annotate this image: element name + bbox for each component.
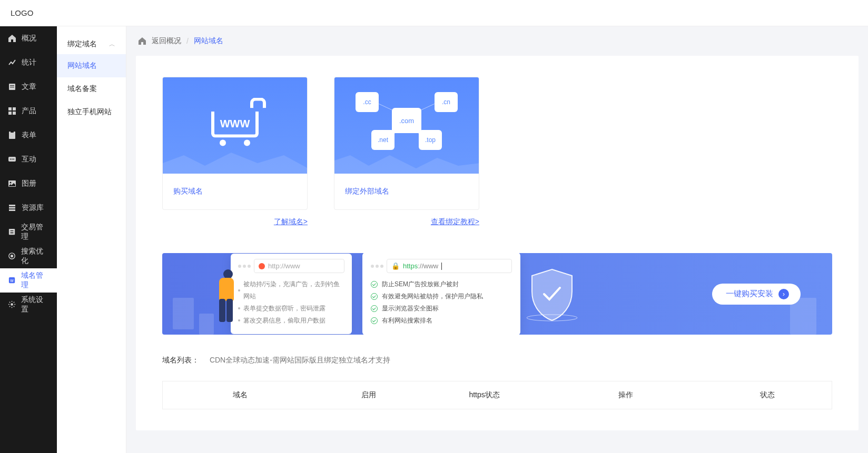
domain-list-label: 域名列表： <box>162 356 199 364</box>
action-cards: WWW 购买域名 了解域名> <box>162 77 832 227</box>
column-https-status: https状态 <box>420 390 548 400</box>
sidebar-item-label: 图册 <box>22 179 36 188</box>
subnav-item-label: 域名备案 <box>67 84 97 94</box>
article-icon <box>8 83 16 91</box>
cart-www-text: WWW <box>214 111 255 129</box>
card-buy-domain[interactable]: WWW 购买域名 <box>162 77 308 210</box>
sidebar-item-label: 产品 <box>22 106 36 116</box>
shield-icon <box>526 265 578 323</box>
subnav-item-mobile-site[interactable]: 独立手机网站 <box>57 100 126 124</box>
svg-rect-2 <box>10 87 14 87</box>
person-illustration <box>210 265 241 323</box>
svg-point-11 <box>12 159 13 160</box>
gallery-icon <box>8 179 16 188</box>
http-risk-text: 表单提交数据窃听，密码泄露 <box>243 303 326 315</box>
https-browser-illustration: 🔒 https://www 防止SEM广告投放账户被封 有效避免网站被劫持，保护… <box>362 253 520 335</box>
sidebar-item-label: 系统设置 <box>21 295 49 314</box>
tld-badge: .net <box>371 130 394 150</box>
svg-rect-6 <box>13 112 16 115</box>
https-benefit-text: 有效避免网站被劫持，保护用户隐私 <box>382 290 483 303</box>
sidebar-item-label: 交易管理 <box>21 223 49 241</box>
https-benefit-text: 显示浏览器安全图标 <box>382 303 439 315</box>
svg-rect-3 <box>8 107 12 110</box>
svg-text:w: w <box>9 278 14 284</box>
column-status: 状态 <box>703 390 832 400</box>
breadcrumb: 返回概况 / 网站域名 <box>126 26 868 56</box>
svg-rect-1 <box>10 85 14 86</box>
http-url-text: http://www <box>268 262 300 270</box>
warning-icon <box>259 263 265 269</box>
check-icon <box>371 317 378 324</box>
svg-rect-4 <box>13 107 16 110</box>
stats-icon <box>8 58 16 67</box>
sidebar-item-article[interactable]: 文章 <box>0 75 57 99</box>
card-illustration: WWW <box>163 77 307 174</box>
sidebar-item-settings[interactable]: 系统设置 <box>0 293 57 317</box>
subnav-item-site-domain[interactable]: 网站域名 <box>57 54 126 77</box>
subnav-title[interactable]: 绑定域名 ︿ <box>57 39 126 54</box>
tld-badge: .cc <box>356 92 379 112</box>
card-illustration: .cc .com .cn .net .top <box>334 77 479 174</box>
tld-badge: .com <box>392 108 421 133</box>
domain-icon: w <box>8 276 16 285</box>
sidebar-item-interact[interactable]: 互动 <box>0 147 57 172</box>
subnav: 绑定域名 ︿ 网站域名 域名备案 独立手机网站 <box>57 26 126 453</box>
sidebar-item-domain[interactable]: w 域名管理 <box>0 268 57 293</box>
subnav-item-label: 独立手机网站 <box>67 107 112 117</box>
sidebar-item-label: 文章 <box>22 82 36 92</box>
https-banner: http://www 被劫持/污染，充满广告，去到钓鱼网站 表单提交数据窃听，密… <box>162 253 832 335</box>
check-icon <box>371 293 378 300</box>
logo: LOGO <box>11 8 33 17</box>
https-benefit-text: 有利网站搜索排名 <box>382 315 432 327</box>
svg-point-12 <box>13 159 14 160</box>
http-browser-illustration: http://www 被劫持/污染，充满广告，去到钓鱼网站 表单提交数据窃听，密… <box>231 254 352 334</box>
sidebar-item-seo[interactable]: 搜索优化 <box>0 244 57 268</box>
sidebar-item-overview[interactable]: 概况 <box>0 26 57 51</box>
column-enable: 启用 <box>317 390 420 400</box>
svg-point-10 <box>10 159 11 160</box>
sidebar-item-label: 域名管理 <box>21 271 49 290</box>
home-icon <box>138 37 146 45</box>
card-link-bind-tutorial[interactable]: 查看绑定教程> <box>431 217 479 226</box>
arrow-right-icon: › <box>778 289 789 299</box>
subnav-item-icp[interactable]: 域名备案 <box>57 77 126 100</box>
breadcrumb-current: 网站域名 <box>194 36 223 46</box>
check-icon <box>371 305 378 312</box>
sidebar-item-form[interactable]: 表单 <box>0 123 57 147</box>
lock-icon: 🔒 <box>391 262 400 270</box>
sidebar-item-product[interactable]: 产品 <box>0 99 57 123</box>
http-risk-text: 被劫持/污染，充满广告，去到钓鱼网站 <box>243 278 344 303</box>
card-link-learn-domain[interactable]: 了解域名> <box>274 217 308 226</box>
https-benefit-text: 防止SEM广告投放账户被封 <box>382 278 459 290</box>
main-area: 返回概况 / 网站域名 WWW <box>126 26 868 453</box>
resource-icon <box>8 204 16 212</box>
https-label: https <box>403 262 418 270</box>
tld-badge: .cn <box>435 92 458 112</box>
card-label: 绑定外部域名 <box>334 174 479 209</box>
cta-label: 一键购买安装 <box>726 289 773 299</box>
column-domain: 域名 <box>163 390 317 400</box>
svg-rect-15 <box>9 205 15 206</box>
sidebar-item-label: 搜索优化 <box>21 247 49 266</box>
card-bind-external-domain[interactable]: .cc .com .cn .net .top 绑定外部域名 <box>334 77 479 210</box>
sidebar-item-stats[interactable]: 统计 <box>0 51 57 75</box>
sidebar-item-label: 表单 <box>22 130 36 140</box>
card-label: 购买域名 <box>163 174 307 209</box>
sidebar-item-trade[interactable]: 交易管理 <box>0 220 57 244</box>
chevron-up-icon: ︿ <box>109 40 115 49</box>
primary-sidebar: 概况 统计 文章 产品 表单 互动 <box>0 26 57 453</box>
sidebar-item-resource[interactable]: 资源库 <box>0 196 57 220</box>
sidebar-item-label: 资源库 <box>22 203 44 213</box>
form-icon <box>8 131 16 139</box>
svg-rect-17 <box>9 209 15 211</box>
interact-icon <box>8 155 16 164</box>
one-click-install-button[interactable]: 一键购买安装 › <box>712 284 801 305</box>
sidebar-item-label: 互动 <box>22 155 36 164</box>
sidebar-item-gallery[interactable]: 图册 <box>0 172 57 196</box>
breadcrumb-back[interactable]: 返回概况 <box>152 36 181 46</box>
table-header-row: 域名 启用 https状态 操作 状态 <box>163 381 832 409</box>
domain-list-header: 域名列表： CDN全球动态加速-需网站国际版且绑定独立域名才支持 <box>162 356 832 365</box>
svg-rect-18 <box>9 229 15 235</box>
topbar: LOGO <box>0 0 868 26</box>
subnav-title-label: 绑定域名 <box>67 39 97 49</box>
